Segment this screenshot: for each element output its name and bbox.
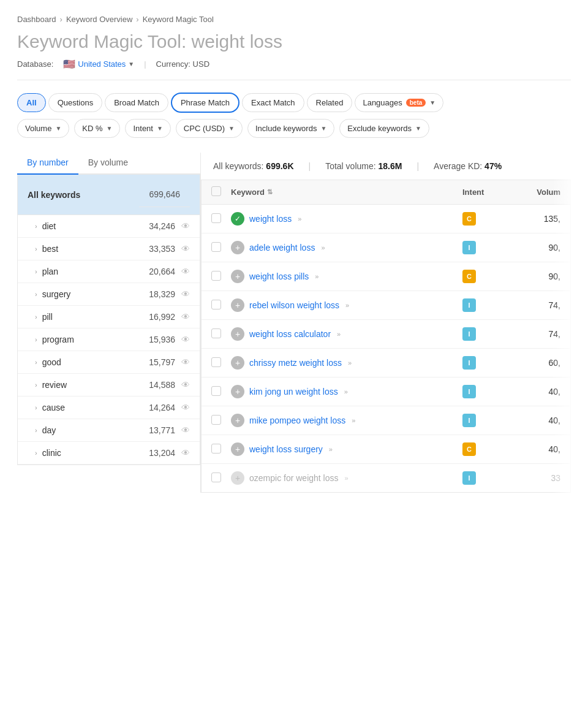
breadcrumb-dashboard[interactable]: Dashboard: [17, 15, 56, 24]
status-plus-icon[interactable]: +: [231, 356, 244, 370]
row-select-checkbox[interactable]: [211, 300, 221, 309]
row-select-checkbox[interactable]: [211, 271, 221, 281]
sort-icon[interactable]: ⇅: [267, 188, 273, 196]
select-all-checkbox[interactable]: [211, 186, 221, 196]
group-item[interactable]: › surgery 18,329 👁: [18, 283, 200, 306]
tab-broad-match[interactable]: Broad Match: [105, 93, 168, 112]
tab-languages[interactable]: Languages beta ▼: [355, 93, 443, 112]
row-checkbox[interactable]: [211, 444, 231, 455]
row-checkbox[interactable]: [211, 473, 231, 484]
breadcrumb-keyword-overview[interactable]: Keyword Overview: [66, 15, 132, 24]
row-select-checkbox[interactable]: [211, 415, 221, 425]
row-select-checkbox[interactable]: [211, 444, 221, 454]
eye-icon[interactable]: 👁: [181, 448, 190, 458]
row-checkbox[interactable]: [211, 357, 231, 369]
row-select-checkbox[interactable]: [211, 357, 221, 367]
group-item[interactable]: › review 14,588 👁: [18, 374, 200, 397]
keyword-expand-icon[interactable]: »: [315, 273, 318, 280]
status-plus-icon[interactable]: +: [231, 241, 244, 254]
tab-all[interactable]: All: [17, 93, 46, 112]
exclude-keywords-dropdown[interactable]: Exclude keywords ▼: [339, 119, 429, 138]
keyword-expand-icon[interactable]: »: [345, 302, 349, 309]
breadcrumb-sep-1: ›: [60, 15, 62, 24]
row-checkbox[interactable]: [211, 300, 231, 311]
row-checkbox[interactable]: [211, 213, 231, 225]
page-container: Dashboard › Keyword Overview › Keyword M…: [0, 0, 588, 507]
row-checkbox[interactable]: [211, 271, 231, 283]
keyword-expand-icon[interactable]: »: [298, 215, 301, 222]
status-plus-icon[interactable]: +: [231, 442, 244, 456]
keyword-link[interactable]: ozempic for weight loss: [249, 473, 339, 483]
group-item-count: 15,797: [149, 357, 175, 367]
row-select-checkbox[interactable]: [211, 213, 221, 223]
keyword-link[interactable]: rebel wilson weight loss: [249, 300, 339, 310]
group-item[interactable]: › plan 20,664 👁: [18, 260, 200, 283]
row-select-checkbox[interactable]: [211, 473, 221, 482]
tab-questions[interactable]: Questions: [48, 93, 103, 112]
eye-icon[interactable]: 👁: [181, 403, 190, 412]
eye-icon[interactable]: 👁: [181, 289, 190, 299]
include-keywords-dropdown[interactable]: Include keywords ▼: [247, 119, 334, 138]
keyword-expand-icon[interactable]: »: [345, 474, 349, 482]
keyword-expand-icon[interactable]: »: [321, 244, 325, 251]
row-select-checkbox[interactable]: [211, 328, 221, 338]
database-country-link[interactable]: 🇺🇸 United States ▼: [63, 58, 134, 70]
group-item[interactable]: › cause 14,264 👁: [18, 397, 200, 419]
keyword-link[interactable]: kim jong un weight loss: [249, 387, 338, 397]
tab-phrase-match[interactable]: Phrase Match: [171, 93, 239, 113]
group-all-keywords[interactable]: All keywords 699,646: [18, 175, 200, 215]
by-volume-tab[interactable]: By volume: [78, 153, 138, 175]
row-volume: 60,: [511, 358, 560, 368]
eye-icon[interactable]: 👁: [181, 312, 190, 322]
volume-dropdown[interactable]: Volume ▼: [17, 119, 69, 138]
status-plus-icon[interactable]: +: [231, 327, 244, 341]
keyword-expand-icon[interactable]: »: [348, 359, 352, 366]
keyword-expand-icon[interactable]: »: [329, 446, 333, 453]
keyword-link[interactable]: chrissy metz weight loss: [249, 358, 342, 368]
row-keyword: + mike pompeo weight loss »: [231, 414, 462, 427]
keyword-link[interactable]: weight loss calculator: [249, 329, 331, 339]
row-keyword: + ozempic for weight loss »: [231, 471, 462, 485]
group-item[interactable]: › good 15,797 👁: [18, 351, 200, 374]
eye-icon[interactable]: 👁: [181, 357, 190, 367]
group-item[interactable]: › day 13,771 👁: [18, 419, 200, 442]
status-plus-icon[interactable]: +: [231, 270, 244, 283]
eye-icon[interactable]: 👁: [181, 380, 190, 390]
keyword-link[interactable]: adele weight loss: [249, 243, 315, 252]
group-item[interactable]: › clinic 13,204 👁: [18, 442, 200, 465]
keyword-link[interactable]: weight loss surgery: [249, 444, 323, 454]
eye-icon[interactable]: 👁: [181, 244, 190, 254]
group-item[interactable]: › best 33,353 👁: [18, 238, 200, 260]
row-select-checkbox[interactable]: [211, 386, 221, 396]
keyword-link[interactable]: weight loss: [249, 214, 292, 224]
status-plus-icon[interactable]: +: [231, 298, 244, 312]
status-plus-icon[interactable]: +: [231, 414, 244, 427]
row-checkbox[interactable]: [211, 242, 231, 254]
group-item[interactable]: › pill 16,992 👁: [18, 306, 200, 328]
intent-dropdown[interactable]: Intent ▼: [125, 119, 170, 138]
row-checkbox[interactable]: [211, 415, 231, 427]
row-select-checkbox[interactable]: [211, 242, 221, 252]
status-plus-icon[interactable]: +: [231, 385, 244, 398]
keyword-expand-icon[interactable]: »: [352, 417, 355, 424]
keyword-link[interactable]: weight loss pills: [249, 271, 309, 281]
row-checkbox[interactable]: [211, 328, 231, 340]
kd-dropdown[interactable]: KD % ▼: [74, 119, 120, 138]
keyword-link[interactable]: mike pompeo weight loss: [249, 416, 345, 425]
tab-related[interactable]: Related: [307, 93, 353, 112]
database-country: United States: [78, 59, 126, 69]
keyword-expand-icon[interactable]: »: [337, 330, 341, 338]
tab-exact-match[interactable]: Exact Match: [242, 93, 304, 112]
cpc-dropdown[interactable]: CPC (USD) ▼: [176, 119, 243, 138]
row-checkbox[interactable]: [211, 386, 231, 398]
chevron-right-icon: ›: [35, 336, 37, 343]
eye-icon[interactable]: 👁: [181, 221, 190, 231]
status-plus-faded-icon[interactable]: +: [231, 471, 244, 485]
eye-icon[interactable]: 👁: [181, 425, 190, 435]
group-item[interactable]: › diet 34,246 👁: [18, 215, 200, 238]
group-item[interactable]: › program 15,936 👁: [18, 328, 200, 351]
keyword-expand-icon[interactable]: »: [344, 388, 348, 395]
by-number-tab[interactable]: By number: [17, 153, 78, 175]
eye-icon[interactable]: 👁: [181, 335, 190, 344]
eye-icon[interactable]: 👁: [181, 267, 190, 276]
